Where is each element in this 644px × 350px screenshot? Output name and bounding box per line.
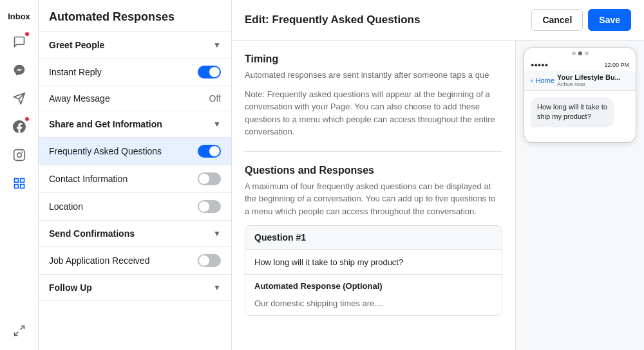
svg-line-9 <box>20 326 24 330</box>
follow-up-chevron: ▼ <box>213 283 221 292</box>
location-label: Location <box>49 201 83 212</box>
main-content: Edit: Frequently Asked Questions Cancel … <box>232 0 644 350</box>
phone-preview: ●●●●● 12:00 PM ‹ Home Your Lifestyle Bu.… <box>515 41 644 350</box>
main-header: Edit: Frequently Asked Questions Cancel … <box>232 0 644 41</box>
phone-time: 12:00 PM <box>604 62 629 68</box>
phone-active-status: Active now <box>557 81 585 88</box>
away-message-label: Away Message <box>49 93 110 104</box>
nav-send-icon[interactable] <box>6 86 32 111</box>
send-confirmations-chevron: ▼ <box>213 229 221 238</box>
phone-signal: ●●●●● <box>531 62 548 68</box>
question-1-input[interactable] <box>254 257 493 267</box>
away-message-item[interactable]: Away Message Off <box>39 86 231 111</box>
section-send-confirmations[interactable]: Send Confirmations ▼ <box>39 221 231 247</box>
timing-section: Timing Automated responses are sent inst… <box>245 53 502 152</box>
job-application-toggle[interactable] <box>198 254 221 267</box>
chat-badge <box>24 32 30 37</box>
job-application-label: Job Application Received <box>49 255 149 266</box>
send-confirmations-title: Send Confirmations <box>49 228 135 239</box>
nav-chat-icon[interactable] <box>6 29 32 55</box>
phone-nav-bar: ‹ Home Your Lifestyle Bu... Active now <box>524 71 636 91</box>
nav-messenger-icon[interactable] <box>6 57 32 83</box>
phone-status-bar: ●●●●● 12:00 PM <box>524 59 636 71</box>
nav-grid-icon[interactable] <box>6 170 32 196</box>
chat-bubble: How long will it take to ship my product… <box>531 97 614 127</box>
dot-1 <box>572 51 576 55</box>
phone-frame: ●●●●● 12:00 PM ‹ Home Your Lifestyle Bu.… <box>524 47 636 143</box>
question-1-header: Question #1 <box>245 226 502 250</box>
section-greet-people[interactable]: Greet People ▼ <box>39 32 231 59</box>
faq-label: Frequently Asked Questions <box>49 146 162 156</box>
job-application-item[interactable]: Job Application Received <box>39 247 231 275</box>
greet-people-chevron: ▼ <box>213 41 221 50</box>
questions-section: Questions and Responses A maximum of fou… <box>245 165 502 329</box>
location-item[interactable]: Location <box>39 193 231 221</box>
save-button[interactable]: Save <box>588 9 631 31</box>
response-1-input[interactable] <box>254 299 493 308</box>
left-panel-header: Automated Responses <box>39 0 231 32</box>
instant-reply-label: Instant Reply <box>49 67 102 77</box>
svg-line-10 <box>14 332 18 336</box>
questions-title: Questions and Responses <box>245 165 502 176</box>
contact-info-label: Contact Information <box>49 174 128 184</box>
response-optional-header: Automated Response (Optional) <box>245 275 502 297</box>
timing-description: Automated responses are sent instantly a… <box>245 69 502 82</box>
contact-info-toggle[interactable] <box>198 172 221 185</box>
phone-back-icon: ‹ <box>531 77 533 84</box>
phone-dots <box>524 48 636 59</box>
nav-instagram-icon[interactable] <box>6 142 32 168</box>
svg-rect-2 <box>14 150 24 161</box>
dot-2 <box>578 51 582 55</box>
svg-rect-7 <box>20 185 24 189</box>
svg-point-3 <box>17 153 21 158</box>
nav-expand-icon[interactable] <box>6 318 32 344</box>
left-panel: Automated Responses Greet People ▼ Insta… <box>39 0 232 350</box>
section-follow-up[interactable]: Follow Up ▼ <box>39 275 231 301</box>
nav-facebook-icon[interactable] <box>6 114 32 140</box>
svg-rect-8 <box>14 185 18 189</box>
icon-sidebar: Inbox <box>0 0 39 350</box>
instant-reply-item[interactable]: Instant Reply <box>39 59 231 86</box>
cancel-button[interactable]: Cancel <box>531 9 583 31</box>
phone-chat-area: How long will it take to ship my product… <box>524 91 636 142</box>
greet-people-title: Greet People <box>49 40 104 50</box>
header-buttons: Cancel Save <box>531 9 631 31</box>
phone-back-label: Home <box>536 77 554 84</box>
location-toggle[interactable] <box>198 200 221 213</box>
svg-point-4 <box>22 152 23 152</box>
contact-info-item[interactable]: Contact Information <box>39 165 231 193</box>
question-1-input-row <box>245 250 502 275</box>
main-body: Timing Automated responses are sent inst… <box>232 41 644 350</box>
share-info-title: Share and Get Information <box>49 119 162 129</box>
main-header-title: Edit: Frequently Asked Questions <box>245 14 420 26</box>
questions-description: A maximum of four frequently asked quest… <box>245 180 502 218</box>
away-message-value: Off <box>209 93 221 104</box>
phone-page-name: Your Lifestyle Bu... <box>557 73 621 81</box>
svg-rect-5 <box>14 179 18 183</box>
content-area: Timing Automated responses are sent inst… <box>232 41 515 350</box>
facebook-badge <box>24 116 30 122</box>
timing-note: Note: Frequently asked questions will ap… <box>245 88 502 138</box>
dot-3 <box>585 51 589 55</box>
response-input-row <box>245 297 502 315</box>
faq-toggle[interactable] <box>198 145 221 158</box>
follow-up-title: Follow Up <box>49 282 92 293</box>
svg-rect-6 <box>20 179 24 183</box>
app-title: Inbox <box>5 6 33 26</box>
question-1-block: Question #1 Automated Response (Optional… <box>245 225 502 316</box>
faq-item[interactable]: Frequently Asked Questions <box>39 138 231 165</box>
timing-title: Timing <box>245 53 502 65</box>
instant-reply-toggle[interactable] <box>198 66 221 78</box>
share-info-chevron: ▼ <box>213 120 221 129</box>
section-share-info[interactable]: Share and Get Information ▼ <box>39 111 231 138</box>
